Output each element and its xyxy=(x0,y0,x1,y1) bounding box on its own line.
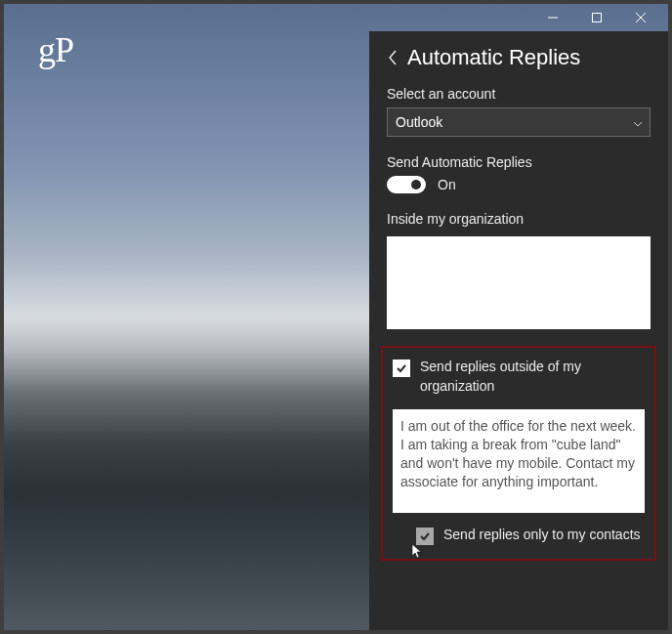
checkmark-icon xyxy=(419,530,431,542)
minimize-icon xyxy=(548,13,558,22)
toggle-state-label: On xyxy=(438,177,456,192)
maximize-icon xyxy=(592,13,602,22)
checkmark-icon xyxy=(396,362,407,374)
send-replies-label: Send Automatic Replies xyxy=(387,154,651,170)
send-replies-toggle[interactable] xyxy=(387,176,426,193)
account-select-wrap: Outlook xyxy=(387,107,651,137)
brand-logo: gP xyxy=(38,29,73,70)
cursor-icon xyxy=(410,543,424,564)
toggle-knob xyxy=(411,180,421,190)
back-button[interactable] xyxy=(387,49,398,66)
contacts-only-check-row: Send replies only to my contacts xyxy=(416,526,645,545)
panel-title: Automatic Replies xyxy=(407,45,580,70)
outside-org-highlight: Send replies outside of my organization … xyxy=(381,346,656,561)
minimize-button[interactable] xyxy=(530,4,574,31)
titlebar xyxy=(4,4,668,31)
chevron-left-icon xyxy=(387,49,398,66)
svg-rect-1 xyxy=(592,14,601,22)
outside-org-check-label: Send replies outside of my organization xyxy=(420,358,645,396)
maximize-button[interactable] xyxy=(574,4,618,31)
outside-org-check-row: Send replies outside of my organization xyxy=(393,358,645,396)
inside-org-textarea[interactable] xyxy=(387,236,651,329)
automatic-replies-panel: Automatic Replies Select an account Outl… xyxy=(369,31,668,630)
account-select[interactable]: Outlook xyxy=(387,107,651,137)
contacts-only-check-label: Send replies only to my contacts xyxy=(443,526,641,545)
send-replies-section: Send Automatic Replies On xyxy=(387,154,651,193)
toggle-row: On xyxy=(387,176,651,193)
panel-header: Automatic Replies xyxy=(387,45,651,70)
outside-org-textarea[interactable] xyxy=(393,409,645,513)
account-label: Select an account xyxy=(387,86,651,102)
close-button[interactable] xyxy=(618,4,662,31)
close-icon xyxy=(636,13,646,22)
app-window: gP Automatic Replies Select an account O… xyxy=(0,0,672,634)
outside-org-checkbox[interactable] xyxy=(393,359,410,377)
inside-org-label: Inside my organization xyxy=(387,211,651,227)
